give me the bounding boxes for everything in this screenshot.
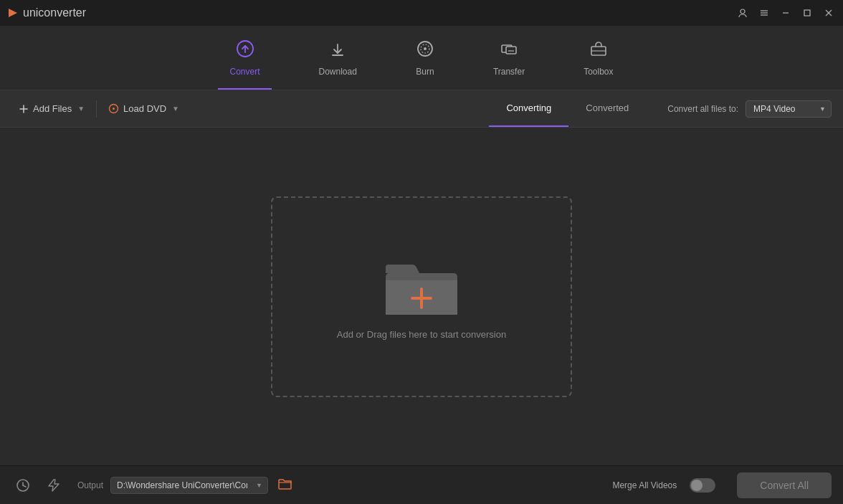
nav-download[interactable]: Download <box>308 34 368 82</box>
svg-point-1 <box>740 9 745 14</box>
load-dvd-label: Load DVD <box>123 103 166 114</box>
account-button[interactable] <box>734 4 751 22</box>
svg-rect-17 <box>506 47 516 54</box>
hamburger-menu-button[interactable] <box>756 4 773 22</box>
window-controls <box>734 4 837 22</box>
load-dvd-dropdown-arrow[interactable]: ▼ <box>172 105 179 113</box>
output-label: Output <box>77 480 103 490</box>
maximize-button[interactable] <box>799 4 816 22</box>
format-select[interactable]: MP4 Video MKV Video AVI Video MOV Video … <box>746 100 832 118</box>
burn-nav-label: Burn <box>416 67 434 77</box>
lightning-icon <box>47 478 59 493</box>
transfer-nav-icon <box>500 39 518 62</box>
download-nav-icon <box>328 39 347 62</box>
output-path-select[interactable]: D:\Wondershare UniConverter\Converted <box>110 477 268 494</box>
load-dvd-icon <box>108 103 119 114</box>
toolbox-nav-icon <box>589 39 608 62</box>
convert-all-button[interactable]: Convert All <box>737 472 832 498</box>
main-content: Add or Drag files here to start conversi… <box>0 128 843 465</box>
merge-all-label: Merge All Videos <box>612 480 677 490</box>
drop-zone[interactable]: Add or Drag files here to start conversi… <box>271 196 572 397</box>
nav-transfer[interactable]: Transfer <box>482 34 536 82</box>
add-files-dropdown-arrow[interactable]: ▼ <box>77 105 85 113</box>
burn-nav-icon <box>416 39 434 62</box>
app-title: uniconverter <box>23 6 86 19</box>
tab-converted[interactable]: Converted <box>568 90 646 127</box>
convert-nav-label: Convert <box>229 67 259 77</box>
tab-converting[interactable]: Converting <box>489 90 568 127</box>
svg-point-24 <box>113 108 115 110</box>
bottombar: Output D:\Wondershare UniConverter\Conve… <box>0 465 843 504</box>
speed-button[interactable] <box>42 474 65 497</box>
top-navigation: Convert Download Burn <box>0 26 843 90</box>
titlebar: uniconverter <box>0 0 843 26</box>
transfer-nav-label: Transfer <box>493 67 525 77</box>
toolbox-nav-label: Toolbox <box>584 67 613 77</box>
download-nav-label: Download <box>319 67 357 77</box>
close-button[interactable] <box>820 4 837 22</box>
app-icon <box>7 7 19 19</box>
convert-nav-icon <box>236 39 254 62</box>
output-path-wrapper: D:\Wondershare UniConverter\Converted <box>110 477 268 494</box>
add-files-button[interactable]: Add Files ▼ <box>11 99 92 118</box>
schedule-button[interactable] <box>11 474 34 497</box>
load-dvd-button[interactable]: Load DVD ▼ <box>101 99 186 118</box>
merge-toggle[interactable] <box>690 478 715 493</box>
drop-hint: Add or Drag files here to start conversi… <box>337 329 506 340</box>
svg-marker-0 <box>9 9 17 17</box>
add-files-label: Add Files <box>33 103 72 114</box>
convert-all-files-label: Convert all files to: <box>667 104 738 114</box>
svg-rect-6 <box>804 10 810 16</box>
svg-point-14 <box>424 47 427 50</box>
folder-icon <box>382 253 461 318</box>
tab-area: Converting Converted <box>489 90 646 127</box>
output-folder-button[interactable] <box>278 477 292 493</box>
clock-icon <box>16 478 30 493</box>
format-select-wrapper: MP4 Video MKV Video AVI Video MOV Video … <box>746 100 832 118</box>
nav-convert[interactable]: Convert <box>218 34 271 82</box>
toolbar: Add Files ▼ Load DVD ▼ Converting Conver… <box>0 90 843 128</box>
minimize-button[interactable] <box>777 4 794 22</box>
convert-all-area: Convert all files to: MP4 Video MKV Vide… <box>667 100 832 118</box>
toolbar-divider-1 <box>96 100 97 118</box>
nav-toolbox[interactable]: Toolbox <box>572 34 624 82</box>
nav-burn[interactable]: Burn <box>404 34 446 82</box>
svg-line-31 <box>23 485 26 487</box>
add-files-icon <box>19 104 29 114</box>
